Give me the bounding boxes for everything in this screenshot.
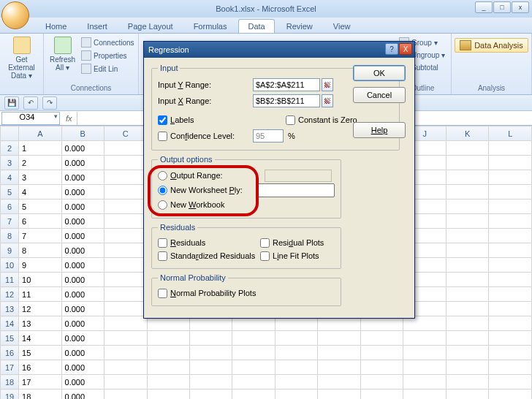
cell[interactable]: 0.000 [61, 302, 104, 316]
constant-zero-checkbox[interactable] [286, 115, 295, 125]
tab-review[interactable]: Review [278, 20, 322, 33]
cell[interactable] [489, 316, 532, 331]
cell[interactable] [446, 185, 488, 200]
cell[interactable]: 9 [19, 258, 61, 273]
residual-plots-checkbox[interactable] [260, 238, 270, 248]
cell[interactable]: 0.000 [61, 360, 104, 375]
cell[interactable] [318, 331, 360, 346]
cell[interactable] [489, 200, 532, 214]
cell[interactable] [104, 302, 147, 316]
cell[interactable]: 0.000 [61, 214, 104, 229]
dialog-help-button[interactable]: ? [385, 43, 398, 55]
cell[interactable] [360, 331, 403, 346]
cancel-button[interactable]: Cancel [353, 87, 406, 103]
cell[interactable] [104, 346, 147, 360]
row-header[interactable]: 4 [1, 170, 19, 185]
cell[interactable] [403, 346, 446, 360]
tab-formulas[interactable]: Formulas [185, 20, 236, 33]
fx-icon[interactable]: fx [61, 114, 77, 123]
tab-home[interactable]: Home [37, 20, 75, 33]
cell[interactable] [104, 258, 147, 273]
cell[interactable] [104, 331, 147, 346]
cell[interactable] [104, 200, 147, 214]
x-range-picker-icon[interactable] [322, 94, 333, 107]
cell[interactable] [489, 141, 532, 156]
cell[interactable] [446, 156, 488, 170]
row-header[interactable]: 7 [1, 214, 19, 229]
help-button[interactable]: Help [353, 122, 406, 138]
cell[interactable] [104, 316, 147, 331]
col-header[interactable]: C [104, 126, 147, 141]
cell[interactable]: 10 [19, 273, 61, 287]
cell[interactable]: 0.000 [61, 141, 104, 156]
close-button[interactable]: x [512, 1, 529, 13]
row-header[interactable]: 11 [1, 273, 19, 287]
input-y-range[interactable] [253, 78, 320, 91]
standardized-residuals-checkbox[interactable] [158, 251, 167, 261]
office-button[interactable] [1, 1, 29, 29]
cell[interactable] [489, 273, 532, 287]
cell[interactable]: 7 [19, 229, 61, 243]
cell[interactable] [318, 360, 360, 375]
col-header[interactable]: B [61, 126, 104, 141]
cell[interactable] [104, 156, 147, 170]
cell[interactable] [275, 375, 317, 390]
row-header[interactable]: 6 [1, 200, 19, 214]
cell[interactable] [489, 287, 532, 302]
cell[interactable]: 0.000 [61, 170, 104, 185]
cell[interactable] [403, 390, 446, 400]
row-header[interactable]: 9 [1, 243, 19, 258]
cell[interactable]: 0.000 [61, 229, 104, 243]
qat-redo-button[interactable]: ↷ [42, 96, 57, 110]
cell[interactable] [104, 229, 147, 243]
qat-save-button[interactable]: 💾 [4, 96, 19, 110]
get-external-data-button[interactable]: Get External Data ▾ [3, 35, 40, 81]
cell[interactable]: 0.000 [61, 316, 104, 331]
cell[interactable]: 0.000 [61, 331, 104, 346]
confidence-level-input[interactable] [253, 129, 284, 142]
cell[interactable]: 17 [19, 375, 61, 390]
confidence-checkbox[interactable] [158, 132, 167, 141]
cell[interactable] [104, 185, 147, 200]
row-header[interactable]: 12 [1, 287, 19, 302]
row-header[interactable]: 8 [1, 229, 19, 243]
new-workbook-radio[interactable] [158, 200, 167, 210]
cell[interactable] [489, 214, 532, 229]
row-header[interactable]: 13 [1, 302, 19, 316]
cell[interactable]: 15 [19, 346, 61, 360]
line-fit-plots-checkbox[interactable] [260, 251, 270, 261]
cell[interactable] [318, 346, 360, 360]
cell[interactable]: 0.000 [61, 200, 104, 214]
cell[interactable] [446, 316, 488, 331]
connections-button[interactable]: Connections [80, 37, 136, 48]
new-worksheet-ply-radio[interactable] [158, 186, 167, 195]
row-header[interactable]: 17 [1, 360, 19, 375]
cell[interactable] [318, 375, 360, 390]
cell[interactable] [446, 229, 488, 243]
cell[interactable] [190, 390, 232, 400]
cell[interactable] [403, 331, 446, 346]
cell[interactable] [104, 243, 147, 258]
cell[interactable]: 0.000 [61, 346, 104, 360]
col-header[interactable]: L [489, 126, 532, 141]
cell[interactable] [446, 360, 488, 375]
cell[interactable] [147, 360, 189, 375]
cell[interactable]: 0.000 [61, 375, 104, 390]
cell[interactable] [489, 243, 532, 258]
cell[interactable] [446, 273, 488, 287]
cell[interactable]: 4 [19, 185, 61, 200]
cell[interactable] [403, 375, 446, 390]
col-header[interactable]: K [446, 126, 488, 141]
cell[interactable]: 0.000 [61, 243, 104, 258]
input-x-range[interactable] [253, 94, 320, 107]
y-range-picker-icon[interactable] [322, 78, 333, 91]
cell[interactable] [446, 141, 488, 156]
data-analysis-button[interactable]: Data Analysis [455, 38, 528, 53]
residuals-checkbox[interactable] [158, 238, 167, 248]
cell[interactable]: 12 [19, 302, 61, 316]
cell[interactable] [275, 360, 317, 375]
col-header[interactable]: A [19, 126, 61, 141]
cell[interactable] [232, 360, 275, 375]
cell[interactable] [147, 375, 189, 390]
cell[interactable]: 11 [19, 287, 61, 302]
